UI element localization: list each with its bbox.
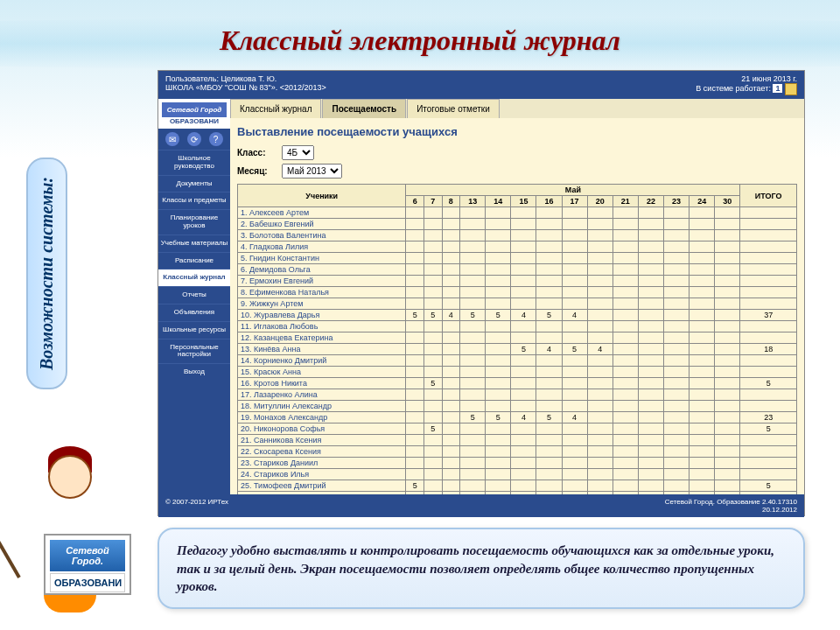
attendance-cell[interactable] — [638, 219, 663, 230]
attendance-cell[interactable] — [424, 344, 443, 355]
attendance-cell[interactable] — [406, 264, 424, 276]
attendance-cell[interactable] — [638, 458, 663, 469]
attendance-cell[interactable] — [486, 378, 511, 389]
attendance-cell[interactable] — [536, 355, 562, 367]
attendance-cell[interactable] — [442, 321, 460, 332]
attendance-cell[interactable] — [536, 435, 562, 446]
attendance-cell[interactable]: 5 — [511, 344, 536, 355]
attendance-cell[interactable] — [612, 344, 638, 355]
attendance-cell[interactable] — [638, 298, 663, 310]
attendance-cell[interactable] — [406, 253, 424, 264]
attendance-cell[interactable]: 5 — [424, 424, 443, 435]
attendance-cell[interactable] — [612, 480, 638, 492]
attendance-cell[interactable] — [442, 424, 460, 435]
attendance-cell[interactable] — [664, 480, 690, 492]
attendance-cell[interactable] — [511, 230, 536, 242]
attendance-cell[interactable] — [715, 389, 740, 401]
attendance-cell[interactable] — [562, 287, 587, 298]
attendance-cell[interactable] — [664, 401, 690, 412]
attendance-cell[interactable] — [664, 344, 690, 355]
attendance-cell[interactable] — [442, 367, 460, 378]
student-name[interactable]: 14. Корниенко Дмитрий — [238, 355, 406, 367]
attendance-cell[interactable] — [460, 242, 486, 253]
attendance-cell[interactable] — [587, 480, 612, 492]
attendance-cell[interactable] — [612, 378, 638, 389]
attendance-cell[interactable] — [406, 492, 424, 495]
attendance-cell[interactable] — [460, 458, 486, 469]
attendance-cell[interactable] — [715, 458, 740, 469]
attendance-cell[interactable] — [715, 332, 740, 344]
attendance-cell[interactable]: 5 — [406, 480, 424, 492]
attendance-cell[interactable] — [612, 287, 638, 298]
student-name[interactable]: 20. Никонорова Софья — [238, 424, 406, 435]
attendance-cell[interactable] — [424, 298, 443, 310]
attendance-cell[interactable] — [638, 492, 663, 495]
attendance-cell[interactable] — [638, 310, 663, 321]
attendance-cell[interactable] — [406, 378, 424, 389]
attendance-cell[interactable] — [612, 276, 638, 287]
attendance-cell[interactable] — [460, 492, 486, 495]
attendance-cell[interactable] — [536, 298, 562, 310]
help-icon[interactable]: ? — [209, 132, 223, 146]
attendance-cell[interactable] — [511, 435, 536, 446]
attendance-cell[interactable] — [486, 230, 511, 242]
attendance-cell[interactable] — [442, 344, 460, 355]
attendance-cell[interactable] — [460, 480, 486, 492]
attendance-cell[interactable] — [664, 367, 690, 378]
attendance-cell[interactable] — [442, 287, 460, 298]
attendance-cell[interactable] — [587, 310, 612, 321]
attendance-cell[interactable] — [587, 253, 612, 264]
attendance-cell[interactable] — [587, 298, 612, 310]
attendance-cell[interactable] — [562, 446, 587, 458]
attendance-cell[interactable] — [511, 378, 536, 389]
attendance-cell[interactable]: 4 — [511, 412, 536, 424]
student-name[interactable]: 22. Скосарева Ксения — [238, 446, 406, 458]
attendance-cell[interactable] — [638, 264, 663, 276]
attendance-cell[interactable]: 5 — [424, 310, 443, 321]
attendance-cell[interactable] — [587, 276, 612, 287]
attendance-cell[interactable] — [442, 412, 460, 424]
attendance-cell[interactable] — [536, 389, 562, 401]
attendance-cell[interactable] — [664, 492, 690, 495]
attendance-cell[interactable] — [460, 435, 486, 446]
attendance-cell[interactable] — [460, 230, 486, 242]
tab-1[interactable]: Посещаемость — [322, 99, 406, 118]
attendance-cell[interactable] — [486, 253, 511, 264]
attendance-cell[interactable] — [612, 469, 638, 480]
attendance-cell[interactable] — [690, 276, 715, 287]
attendance-cell[interactable] — [424, 435, 443, 446]
attendance-cell[interactable] — [715, 378, 740, 389]
attendance-cell[interactable] — [424, 242, 443, 253]
attendance-cell[interactable] — [511, 492, 536, 495]
sidebar-item-3[interactable]: Планирование уроков — [158, 209, 230, 234]
attendance-cell[interactable] — [486, 480, 511, 492]
attendance-cell[interactable] — [562, 435, 587, 446]
student-name[interactable]: 3. Болотова Валентина — [238, 230, 406, 242]
attendance-cell[interactable] — [690, 298, 715, 310]
attendance-cell[interactable] — [612, 298, 638, 310]
mail-icon[interactable]: ✉ — [165, 132, 179, 146]
attendance-cell[interactable] — [664, 276, 690, 287]
attendance-cell[interactable] — [715, 344, 740, 355]
attendance-cell[interactable] — [664, 298, 690, 310]
attendance-cell[interactable] — [690, 310, 715, 321]
attendance-cell[interactable] — [638, 276, 663, 287]
attendance-cell[interactable] — [442, 207, 460, 219]
attendance-cell[interactable] — [486, 469, 511, 480]
attendance-cell[interactable] — [511, 264, 536, 276]
attendance-cell[interactable] — [424, 332, 443, 344]
attendance-cell[interactable] — [690, 401, 715, 412]
attendance-cell[interactable] — [587, 230, 612, 242]
attendance-cell[interactable] — [460, 401, 486, 412]
attendance-cell[interactable] — [486, 219, 511, 230]
attendance-cell[interactable] — [664, 332, 690, 344]
attendance-cell[interactable] — [424, 412, 443, 424]
attendance-cell[interactable] — [638, 344, 663, 355]
attendance-cell[interactable] — [406, 242, 424, 253]
attendance-cell[interactable]: 4 — [442, 310, 460, 321]
attendance-cell[interactable] — [562, 332, 587, 344]
student-name[interactable]: 10. Журавлева Дарья — [238, 310, 406, 321]
attendance-cell[interactable] — [511, 219, 536, 230]
attendance-cell[interactable] — [511, 242, 536, 253]
attendance-cell[interactable] — [664, 219, 690, 230]
